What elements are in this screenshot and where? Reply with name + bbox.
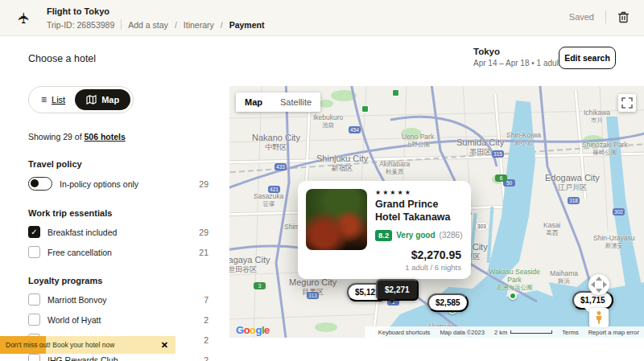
pan-up-icon: [596, 277, 602, 281]
route-shield: 454: [349, 126, 361, 133]
results-count: Showing 29 of: [28, 132, 84, 142]
breakfast-checkbox[interactable]: ✓: [28, 226, 40, 238]
promo-banner: Don't miss out! Book your hotel now ✕: [0, 336, 175, 354]
route-shield: 302: [613, 208, 625, 215]
pegman-icon: [592, 310, 606, 325]
map-label-wakasu-park: Wakasu Seaside Park若洲海浜公園: [485, 268, 543, 291]
breadcrumb-add-a-stay[interactable]: Add a stay: [128, 20, 168, 30]
marriott-label: Marriott Bonvoy: [47, 295, 107, 305]
hyatt-label: World of Hyatt: [47, 315, 101, 325]
report-error-link[interactable]: Report a map error: [588, 329, 639, 336]
breakfast-count: 29: [199, 228, 213, 237]
hyatt-count: 2: [204, 315, 213, 325]
keyboard-shortcuts-link[interactable]: Keyboard shortcuts: [378, 329, 431, 336]
list-icon: ≡: [41, 94, 47, 105]
breakfast-label: Breakfast included: [47, 228, 117, 237]
fullscreen-icon: [621, 97, 633, 109]
cancellation-label: Free cancellation: [47, 248, 112, 257]
airplane-icon: ✈: [14, 12, 33, 25]
saved-status: Saved: [569, 12, 594, 22]
ihg-checkbox[interactable]: [28, 354, 40, 361]
review-count: (3286): [440, 231, 463, 240]
route-shield: 318: [568, 197, 580, 204]
breadcrumb-separator: /: [175, 20, 177, 30]
destination: Tokyo: [473, 47, 561, 56]
pan-right-icon: [603, 281, 607, 288]
map-label-ichikawa: Ichikawa市川: [584, 109, 610, 124]
filter-row-ihg: IHG Rewards Club 2: [28, 354, 213, 361]
map-label-setagaya: Setagaya City世田谷区: [229, 255, 270, 274]
divider: [121, 19, 122, 30]
map-label-nakano: Nakano City中野区: [252, 133, 300, 152]
cancellation-count: 21: [199, 248, 213, 257]
map-label-maihama: Maihama舞浜: [550, 269, 578, 285]
list-view-button[interactable]: ≡ List: [31, 89, 75, 110]
map-type-map-button[interactable]: Map: [236, 92, 271, 112]
ihg-label: IHG Rewards Club: [47, 355, 118, 361]
trash-icon: [617, 10, 630, 23]
total-hotels-link[interactable]: 506 hotels: [84, 132, 125, 142]
hotel-photo: [306, 189, 367, 250]
marriott-checkbox[interactable]: [28, 293, 40, 306]
map-view-label: Map: [101, 95, 119, 105]
travel-policy-title: Travel policy: [28, 159, 213, 169]
in-policy-toggle[interactable]: [28, 177, 52, 191]
route-shield: 3: [254, 282, 266, 289]
map-label-edogawa: Edogawa City江戸川区: [545, 173, 600, 192]
map-label-shinjuku: Shinjuku City新宿区: [316, 154, 368, 173]
route-shield: 303: [476, 223, 488, 230]
map-label-ikebukuro: Ikebukuro池袋: [313, 113, 343, 129]
hotel-stars: ★★★★★: [375, 189, 463, 196]
scale-line: [510, 330, 552, 334]
route-shield: 421: [268, 186, 280, 193]
rating-badge: 8.2: [375, 230, 392, 241]
terms-link[interactable]: Terms: [562, 329, 578, 336]
price-marker-2271-selected[interactable]: $2,271: [376, 279, 419, 301]
results-summary: Showing 29 of 506 hotels: [28, 132, 213, 142]
divider: [605, 10, 606, 23]
delete-trip-button[interactable]: [617, 10, 630, 23]
map-label-kasai: Kasai葛西: [543, 221, 560, 236]
map-label-akihabara: Akihabara秋葉原: [379, 160, 410, 175]
pan-down-icon: [596, 289, 602, 293]
map-label-shin-urayasu: Shin-Urayasu新浦安: [593, 234, 635, 249]
hotel-price-detail: 1 adult / 6 nights: [405, 263, 461, 272]
map-view-button[interactable]: Map: [75, 89, 130, 110]
filters-sidebar: ≡ List Map Showing 29 of 506 hotels Trav…: [28, 86, 213, 361]
map-icon: [86, 95, 97, 105]
map-label-sasazuka: Sasazuka笹塚: [254, 192, 283, 207]
cancellation-checkbox[interactable]: [28, 246, 40, 258]
marriott-count: 7: [204, 295, 213, 305]
banner-close-button[interactable]: ✕: [161, 336, 168, 354]
hotel-card[interactable]: ★★★★★ Grand Prince Hotel Takanawa 8.2 Ve…: [298, 181, 471, 279]
filter-row-cancellation: Free cancellation 21: [28, 246, 213, 258]
map-label-ueno-park: Ueno Park上野公園: [402, 133, 434, 148]
price-marker-1715[interactable]: $1,715: [572, 291, 613, 310]
fullscreen-button[interactable]: [618, 94, 636, 112]
map-type-satellite-button[interactable]: Satellite: [271, 92, 320, 112]
street-view-pegman[interactable]: [589, 308, 609, 327]
top-header: ✈ Flight to Tokyo Trip-ID: 26853989 Add …: [0, 0, 644, 36]
place-pin-icon: [509, 292, 517, 300]
rating-text: Very good: [396, 231, 435, 240]
map-attribution: Keyboard shortcuts Map data ©2023 2 km T…: [365, 326, 644, 338]
breadcrumb-payment[interactable]: Payment: [229, 20, 265, 30]
page-title: Choose a hotel: [28, 53, 96, 64]
map-label-shin-koiwa: Shin-Koiwa新小岩: [506, 131, 541, 146]
hotel-map[interactable]: Ikebukuro池袋 Nakano City中野区 Shinjuku City…: [229, 86, 644, 338]
edit-search-button[interactable]: Edit search: [559, 47, 616, 69]
price-marker-2585[interactable]: $2,585: [427, 293, 469, 312]
hyatt-checkbox[interactable]: [28, 314, 40, 326]
ihg-count: 2: [204, 355, 213, 361]
hilton-count: 2: [204, 335, 213, 345]
breadcrumb-itinerary[interactable]: Itinerary: [184, 20, 214, 30]
pan-left-icon: [591, 281, 595, 288]
transit-pin-icon: [361, 105, 369, 113]
in-policy-filter-row: In-policy options only 29: [28, 177, 213, 191]
pan-control[interactable]: [588, 274, 609, 295]
map-data-copyright: Map data ©2023: [440, 329, 485, 336]
view-toggle: ≡ List Map: [28, 86, 134, 113]
filter-row-hyatt: World of Hyatt 2: [28, 314, 213, 326]
hotel-price: $2,270.95: [405, 248, 461, 261]
breadcrumb-separator: /: [221, 20, 223, 30]
